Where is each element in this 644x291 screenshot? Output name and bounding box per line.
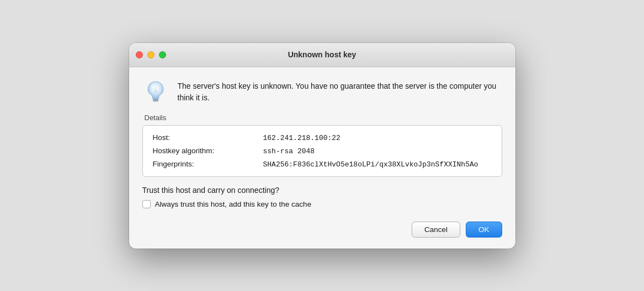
details-box: Host: 162.241.218.100:22 Hostkey algorit… (142, 125, 502, 177)
dialog-content: The server's host key is unknown. You ha… (129, 67, 515, 249)
algorithm-value: ssh-rsa 2048 (263, 147, 315, 155)
dialog-window: Unknown host key (129, 43, 515, 249)
maximize-button[interactable] (159, 51, 166, 58)
lightbulb-icon (142, 78, 169, 105)
traffic-lights (136, 51, 166, 58)
fingerprint-value: SHA256:F836clXtHvO5e18oLPi/qx38XLvkoJp3n… (263, 160, 478, 169)
checkbox-row: Always trust this host, add this key to … (142, 200, 502, 208)
header-row: The server's host key is unknown. You ha… (142, 78, 502, 105)
svg-rect-2 (153, 100, 158, 101)
host-key-label: Host: (153, 133, 263, 142)
dialog-title: Unknown host key (288, 50, 356, 59)
algorithm-key-label: Hostkey algorithm: (153, 147, 263, 155)
host-value: 162.241.218.100:22 (263, 134, 340, 142)
checkbox-label[interactable]: Always trust this host, add this key to … (155, 200, 312, 208)
cancel-button[interactable]: Cancel (412, 222, 460, 238)
title-bar: Unknown host key (129, 43, 515, 67)
ok-button[interactable]: OK (466, 222, 502, 238)
fingerprint-key-label: Fingerprints: (153, 160, 263, 168)
button-row: Cancel OK (142, 219, 502, 238)
minimize-button[interactable] (147, 51, 155, 58)
always-trust-checkbox[interactable] (142, 200, 151, 208)
close-button[interactable] (136, 51, 143, 58)
details-label: Details (145, 114, 502, 122)
details-section: Details Host: 162.241.218.100:22 Hostkey… (142, 114, 502, 177)
svg-rect-1 (153, 99, 158, 100)
details-row-algorithm: Hostkey algorithm: ssh-rsa 2048 (153, 147, 492, 155)
details-row-host: Host: 162.241.218.100:22 (153, 133, 492, 142)
trust-question: Trust this host and carry on connecting? (142, 186, 502, 195)
header-message: The server's host key is unknown. You ha… (178, 78, 502, 104)
details-row-fingerprint: Fingerprints: SHA256:F836clXtHvO5e18oLPi… (153, 160, 492, 169)
